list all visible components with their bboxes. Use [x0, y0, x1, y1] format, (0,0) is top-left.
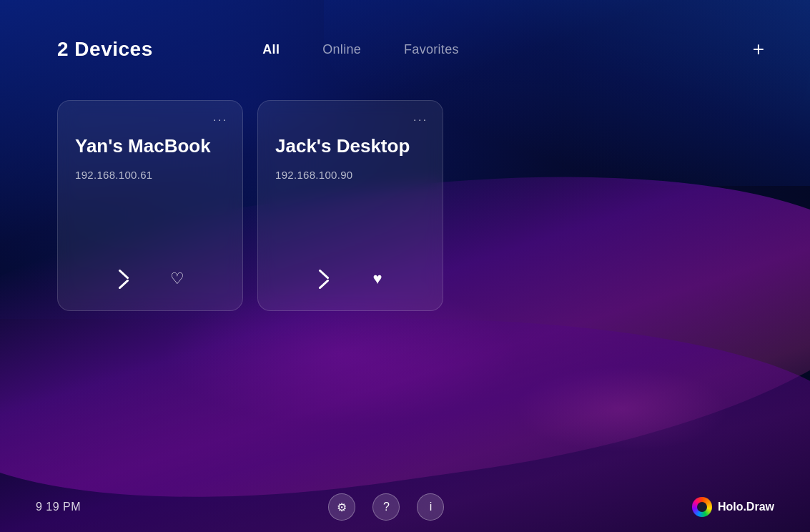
card-actions-macbook: ♡: [75, 247, 225, 296]
add-device-button[interactable]: +: [743, 34, 774, 65]
connect-button-desktop[interactable]: [306, 262, 340, 296]
card-actions-desktop: ♥: [275, 247, 425, 296]
brand-name: Holo.Draw: [718, 501, 774, 513]
favorite-button-macbook[interactable]: ♡: [160, 262, 194, 296]
favorite-button-desktop[interactable]: ♥: [360, 262, 395, 296]
nav-online[interactable]: Online: [322, 42, 361, 57]
brand-logo-inner: [697, 502, 707, 512]
device-menu-macbook[interactable]: ···: [213, 114, 228, 125]
device-count-title: 2 Devices: [57, 38, 153, 61]
connect-button-macbook[interactable]: [106, 262, 140, 296]
nav-all[interactable]: All: [262, 42, 280, 57]
device-card-desktop[interactable]: ··· Jack's Desktop 192.168.100.90 ♥: [257, 100, 443, 311]
heart-filled-icon: ♥: [372, 270, 382, 288]
heart-outline-icon: ♡: [170, 270, 184, 288]
brand-logo-icon: [692, 497, 712, 517]
device-name-macbook: Yan's MacBook: [75, 135, 225, 157]
device-list: ··· Yan's MacBook 192.168.100.61 ♡ ··· J…: [0, 79, 810, 332]
header: 2 Devices All Online Favorites +: [0, 0, 810, 79]
chevron-right-icon-desktop: [316, 267, 330, 290]
help-icon: ?: [383, 501, 390, 513]
settings-button[interactable]: ⚙: [328, 493, 355, 521]
brand-area: Holo.Draw: [692, 497, 774, 517]
device-ip-desktop: 192.168.100.90: [275, 169, 425, 181]
chevron-right-icon: [116, 267, 130, 290]
settings-icon: ⚙: [337, 501, 347, 514]
device-menu-desktop[interactable]: ···: [413, 114, 428, 125]
device-ip-macbook: 192.168.100.61: [75, 169, 225, 181]
info-button[interactable]: i: [417, 493, 444, 521]
footer: 9 19 PM ⚙ ? i Holo.Draw: [0, 482, 810, 532]
main-nav: All Online Favorites: [262, 42, 458, 57]
clock-display: 9 19 PM: [36, 501, 81, 513]
help-button[interactable]: ?: [372, 493, 400, 521]
info-icon: i: [430, 501, 433, 513]
device-card-macbook[interactable]: ··· Yan's MacBook 192.168.100.61 ♡: [57, 100, 243, 311]
nav-favorites[interactable]: Favorites: [404, 42, 459, 57]
device-name-desktop: Jack's Desktop: [275, 135, 425, 157]
footer-actions: ⚙ ? i: [328, 493, 444, 521]
